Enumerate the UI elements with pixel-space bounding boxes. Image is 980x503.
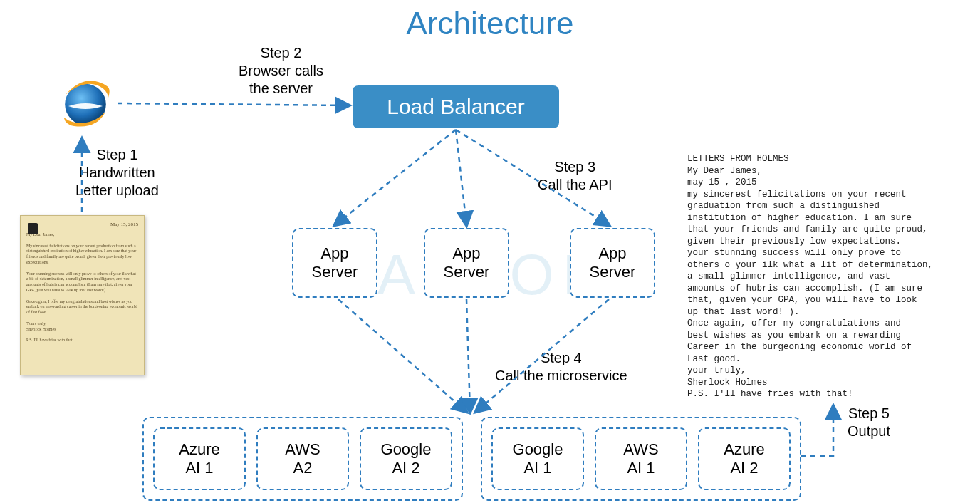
- ms-azure-ai-2: Azure AI 2: [698, 427, 791, 490]
- ms-google-ai-1: Google AI 1: [491, 427, 584, 490]
- app-server-1: App Server: [292, 228, 377, 298]
- step-5-label: Step 5 Output: [848, 405, 890, 440]
- ms-google-ai-2: Google AI 2: [360, 427, 452, 490]
- svg-line-3: [335, 130, 456, 225]
- svg-line-6: [338, 299, 466, 412]
- ms-azure-ai-1: Azure AI 1: [153, 427, 246, 490]
- browser-icon: [57, 75, 114, 132]
- app-server-3: App Server: [570, 228, 655, 298]
- step-4-label: Step 4 Call the microservice: [495, 349, 627, 385]
- ms-aws-ai-1: AWS AI 1: [595, 427, 687, 490]
- step-3-label: Step 3 Call the API: [538, 158, 612, 194]
- load-balancer-node: Load Balancer: [353, 85, 559, 128]
- svg-line-4: [456, 130, 466, 225]
- svg-line-2: [118, 103, 349, 105]
- step-1-label: Step 1 Handwritten Letter upload: [75, 146, 159, 199]
- app-server-2: App Server: [424, 228, 509, 298]
- svg-line-7: [466, 299, 470, 412]
- handwritten-letter-image: May 15, 2015 My Dear James, My sincerest…: [20, 215, 145, 375]
- output-letter-text: LETTERS FROM HOLMES My Dear James, may 1…: [687, 153, 972, 400]
- ms-aws-a2: AWS A2: [256, 427, 349, 490]
- step-2-label: Step 2 Browser calls the server: [239, 44, 323, 98]
- page-title: Architecture: [0, 6, 980, 41]
